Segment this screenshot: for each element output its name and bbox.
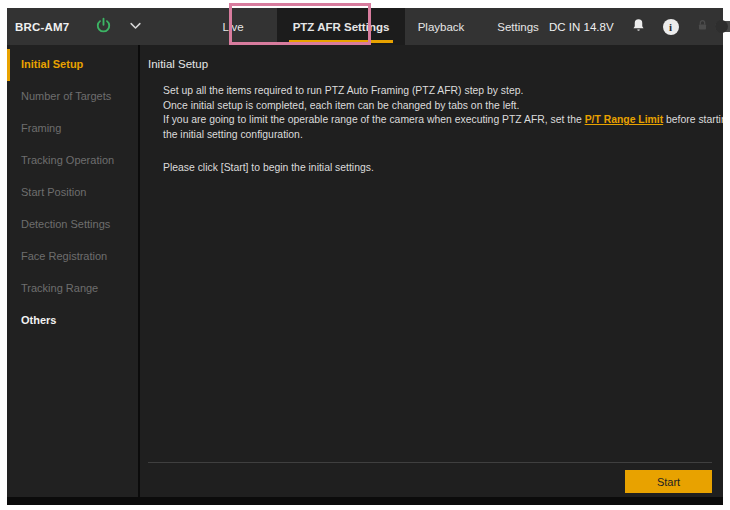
- sidebar-item-others[interactable]: Others: [7, 305, 138, 337]
- sidebar-item-framing: Framing: [7, 113, 138, 145]
- sidebar-item-tracking-operation: Tracking Operation: [7, 145, 138, 177]
- device-group: BRC-AM7: [7, 8, 143, 45]
- sidebar-item-label: Number of Targets: [21, 90, 111, 102]
- device-menu-expander[interactable]: [128, 18, 143, 35]
- sidebar-item-label: Tracking Range: [21, 282, 98, 294]
- chevron-down-icon: [128, 18, 143, 35]
- instruction-text: Please click [Start] to begin the initia…: [163, 161, 717, 176]
- main-panel: Initial Setup Set up all the items requi…: [140, 45, 723, 497]
- sidebar-item-initial-setup[interactable]: Initial Setup: [7, 49, 138, 81]
- description-line: If you are going to limit the operable r…: [163, 113, 717, 128]
- app-window: BRC-AM7 Live: [7, 8, 723, 505]
- sidebar-item-label: Initial Setup: [21, 58, 83, 70]
- start-button[interactable]: Start: [625, 470, 712, 493]
- bottom-strip: [7, 497, 723, 505]
- description-text: before starting: [663, 114, 723, 125]
- sidebar-item-start-position: Start Position: [7, 177, 138, 209]
- main-tabs: Live PTZ AFR Settings Playback Settings: [143, 8, 549, 45]
- sidebar-item-label: Face Registration: [21, 250, 107, 262]
- sidebar-item-label: Tracking Operation: [21, 154, 114, 166]
- button-row: Start: [140, 463, 723, 493]
- sidebar-item-number-of-targets: Number of Targets: [7, 81, 138, 113]
- main-body: Initial Setup Set up all the items requi…: [140, 45, 723, 462]
- sidebar-item-face-registration: Face Registration: [7, 241, 138, 273]
- sidebar-item-label: Framing: [21, 122, 61, 134]
- footer: Start: [140, 462, 723, 497]
- lock-control: [696, 19, 730, 34]
- info-button[interactable]: i: [663, 19, 679, 35]
- tab-label: PTZ AFR Settings: [293, 21, 390, 33]
- tab-settings[interactable]: Settings: [487, 8, 549, 45]
- pt-range-limit-link[interactable]: P/T Range Limit: [585, 114, 664, 125]
- tab-label: Playback: [418, 21, 465, 33]
- power-status: DC IN 14.8V: [549, 21, 614, 33]
- sidebar-item-label: Start Position: [21, 186, 86, 198]
- sidebar: Initial Setup Number of Targets Framing …: [7, 45, 138, 497]
- top-bar: BRC-AM7 Live: [7, 8, 723, 45]
- toggle-knob: [715, 20, 728, 33]
- info-icon: i: [663, 19, 679, 35]
- bell-icon: [631, 18, 646, 35]
- sidebar-item-detection-settings: Detection Settings: [7, 209, 138, 241]
- description-paragraph: Set up all the items required to run PTZ…: [163, 84, 717, 142]
- description-line: the initial setting configuration.: [163, 128, 717, 143]
- sidebar-item-tracking-range: Tracking Range: [7, 273, 138, 305]
- lock-icon: [696, 19, 709, 34]
- power-icon: [95, 17, 112, 36]
- tab-live[interactable]: Live: [201, 8, 265, 45]
- tab-ptz-afr-settings[interactable]: PTZ AFR Settings: [277, 8, 405, 45]
- description-line: Set up all the items required to run PTZ…: [163, 84, 717, 99]
- tab-label: Settings: [497, 21, 539, 33]
- power-button[interactable]: [95, 17, 112, 36]
- sidebar-item-label: Detection Settings: [21, 218, 110, 230]
- top-bar-right: DC IN 14.8V i: [549, 8, 730, 45]
- description-line: Once initial setup is completed, each it…: [163, 99, 717, 114]
- lock-toggle-switch[interactable]: [715, 21, 730, 32]
- device-name: BRC-AM7: [15, 21, 79, 33]
- notifications-button[interactable]: [631, 18, 646, 35]
- page-title: Initial Setup: [148, 58, 717, 70]
- tab-label: Live: [222, 21, 243, 33]
- description-text: If you are going to limit the operable r…: [163, 114, 585, 125]
- content-row: Initial Setup Number of Targets Framing …: [7, 45, 723, 497]
- tab-playback[interactable]: Playback: [409, 8, 473, 45]
- sidebar-item-label: Others: [21, 314, 56, 326]
